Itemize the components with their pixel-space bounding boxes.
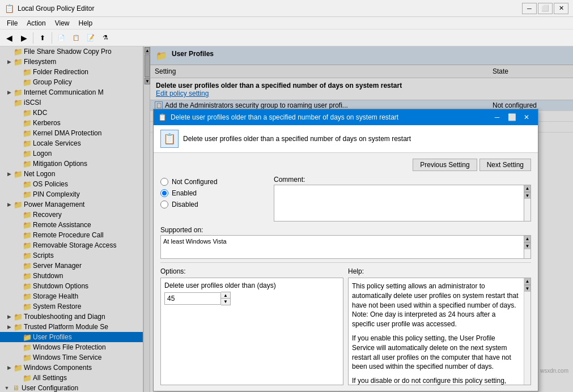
spinner-buttons: ▲ ▼ [221, 292, 231, 305]
main-area: 📁File Share Shadow Copy Pro▶📁Filesystem📁… [0, 46, 573, 392]
modal-header-title: Delete user profiles older than a specif… [183, 135, 411, 143]
options-value-input[interactable] [164, 292, 221, 305]
radio-group: Not Configured Enabled Disabled [160, 178, 274, 208]
forward-button[interactable]: ▶ [17, 31, 31, 45]
options-col: Options: Delete user profiles older than… [160, 267, 343, 385]
modal-controls: ─ ⬜ ✕ [490, 112, 533, 123]
menu-view[interactable]: View [50, 18, 74, 28]
modal-minimize-button[interactable]: ─ [490, 112, 504, 123]
modal-header: 📋 Delete user profiles older than a spec… [154, 125, 538, 153]
supported-section: Supported on: ▲ ▼ [160, 226, 531, 259]
help-col: Help: This policy setting allows an admi… [348, 267, 531, 385]
up-button[interactable]: ⬆ [36, 31, 49, 45]
restore-button[interactable]: ⬜ [538, 3, 553, 14]
modal-title: Delete user profiles older than a specif… [171, 113, 490, 121]
back-button[interactable]: ◀ [2, 31, 16, 45]
supported-scrollbar[interactable]: ▲ ▼ [524, 235, 531, 259]
modal-title-bar: 📋 Delete user profiles older than a spec… [154, 109, 538, 125]
new-button[interactable]: 📝 [84, 31, 97, 45]
comment-area-wrap: ▲ ▼ [274, 185, 531, 221]
comment-label: Comment: [274, 176, 531, 184]
modal-nav-buttons: Previous Setting Next Setting [413, 159, 531, 171]
radio-not-configured[interactable]: Not Configured [160, 178, 274, 186]
menu-file[interactable]: File [2, 18, 22, 28]
options-input-row: ▲ ▼ [164, 292, 339, 305]
help-para-1: This policy setting allows an administra… [352, 282, 519, 329]
supported-textarea [160, 235, 524, 259]
help-label: Help: [348, 267, 531, 275]
modal-close-button[interactable]: ✕ [520, 112, 533, 123]
spin-up-button[interactable]: ▲ [221, 292, 230, 299]
radio-enabled[interactable]: Enabled [160, 189, 274, 197]
modal-body: Previous Setting Next Setting Not Config… [154, 153, 538, 391]
supported-label: Supported on: [160, 226, 531, 234]
properties-button[interactable]: 📋 [69, 31, 83, 45]
modal-divider [160, 262, 531, 263]
help-para-3: If you disable or do not configure this … [352, 376, 519, 385]
options-label: Options: [160, 267, 343, 275]
modal-dialog: 📋 Delete user profiles older than a spec… [153, 109, 538, 391]
app-icon: 📋 [5, 4, 14, 13]
menu-help[interactable]: Help [74, 18, 97, 28]
previous-setting-button[interactable]: Previous Setting [413, 159, 477, 171]
options-box: Delete user profiles older than (days) ▲… [160, 278, 343, 385]
modal-right-col: Comment: ▲ ▼ [274, 176, 531, 221]
modal-top-row: Previous Setting Next Setting [160, 159, 531, 171]
filter-button[interactable]: ⚗ [99, 31, 112, 45]
comment-scrollbar[interactable]: ▲ ▼ [524, 185, 531, 221]
supported-area-wrap: ▲ ▼ [160, 235, 531, 259]
menu-action[interactable]: Action [22, 18, 50, 28]
modal-restore-button[interactable]: ⬜ [505, 112, 519, 123]
toolbar-separator2 [52, 32, 52, 44]
window-controls: ─ ⬜ ✕ [522, 3, 568, 14]
modal-header-icon: 📋 [160, 130, 179, 148]
options-help-row: Options: Delete user profiles older than… [160, 267, 531, 385]
spin-down-button[interactable]: ▼ [221, 299, 230, 305]
app-title: Local Group Policy Editor [18, 5, 94, 12]
radio-disabled[interactable]: Disabled [160, 201, 274, 208]
minimize-button[interactable]: ─ [522, 3, 537, 14]
comment-textarea[interactable] [274, 185, 524, 221]
title-bar: 📋 Local Group Policy Editor ─ ⬜ ✕ [0, 0, 573, 17]
options-field-label: Delete user profiles older than (days) [164, 282, 339, 289]
help-para-2: If you enable this policy setting, the U… [352, 334, 519, 372]
modal-left-col: Not Configured Enabled Disabled [160, 176, 274, 221]
toolbar-separator [33, 32, 33, 44]
menu-bar: File Action View Help [0, 17, 573, 29]
help-box: This policy setting allows an administra… [348, 278, 531, 385]
next-setting-button[interactable]: Next Setting [479, 159, 531, 171]
toolbar: ◀ ▶ ⬆ 📄 📋 📝 ⚗ [0, 29, 573, 46]
modal-icon: 📋 [158, 113, 167, 121]
help-text: This policy setting allows an administra… [352, 282, 527, 385]
close-button[interactable]: ✕ [554, 3, 568, 14]
show-hide-button[interactable]: 📄 [54, 31, 68, 45]
modal-two-col: Not Configured Enabled Disabled [160, 176, 531, 221]
help-scrollbar[interactable]: ▲ ▼ [524, 278, 530, 385]
